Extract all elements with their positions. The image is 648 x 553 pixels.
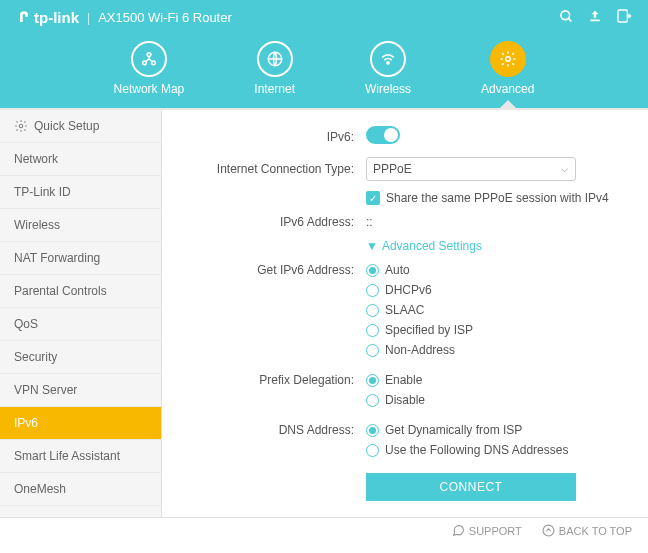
sidebar-item-ipv6[interactable]: IPv6 xyxy=(0,407,161,440)
ipv6addr-label: IPv6 Address: xyxy=(186,215,366,229)
support-link[interactable]: SUPPORT xyxy=(452,524,522,537)
dns-dynamic[interactable]: Get Dynamically from ISP xyxy=(366,423,624,437)
content-area: IPv6: Internet Connection Type: PPPoE ✓ … xyxy=(162,110,648,517)
share-label: Share the same PPPoE session with IPv4 xyxy=(386,191,609,205)
sidebar-item-onemesh[interactable]: OneMesh xyxy=(0,473,161,506)
getipv6-label: Get IPv6 Address: xyxy=(186,263,366,277)
back-to-top-link[interactable]: BACK TO TOP xyxy=(542,524,632,537)
prefix-label: Prefix Delegation: xyxy=(186,373,366,387)
nav-wireless[interactable]: Wireless xyxy=(365,41,411,96)
svg-point-0 xyxy=(561,10,570,19)
getipv6-auto[interactable]: Auto xyxy=(366,263,624,277)
getipv6-slaac[interactable]: SLAAC xyxy=(366,303,624,317)
sidebar-item-parental-controls[interactable]: Parental Controls xyxy=(0,275,161,308)
svg-rect-2 xyxy=(590,20,599,22)
ipv6-toggle[interactable] xyxy=(366,126,400,144)
ipv6-label: IPv6: xyxy=(186,130,366,144)
conntype-select[interactable]: PPPoE xyxy=(366,157,576,181)
prefix-enable[interactable]: Enable xyxy=(366,373,624,387)
sidebar-item-security[interactable]: Security xyxy=(0,341,161,374)
sidebar-item-system[interactable]: System xyxy=(0,506,161,517)
separator: | xyxy=(87,11,90,25)
sidebar-item-wireless[interactable]: Wireless xyxy=(0,209,161,242)
getipv6-dhcpv6[interactable]: DHCPv6 xyxy=(366,283,624,297)
sidebar-item-nat-forwarding[interactable]: NAT Forwarding xyxy=(0,242,161,275)
connect-button[interactable]: CONNECT xyxy=(366,473,576,501)
svg-point-4 xyxy=(147,53,151,57)
getipv6-isp[interactable]: Specified by ISP xyxy=(366,323,624,337)
share-checkbox[interactable]: ✓ xyxy=(366,191,380,205)
svg-point-11 xyxy=(543,525,554,536)
nav-network-map[interactable]: Network Map xyxy=(114,41,185,96)
main-nav: Network Map Internet Wireless Advanced xyxy=(0,35,648,108)
search-icon[interactable] xyxy=(559,9,574,27)
svg-rect-3 xyxy=(618,10,627,22)
brand-logo: tp-link xyxy=(16,9,79,26)
getipv6-nonaddr[interactable]: Non-Address xyxy=(366,343,624,357)
prefix-disable[interactable]: Disable xyxy=(366,393,624,407)
svg-point-9 xyxy=(505,57,510,62)
sidebar-item-qos[interactable]: QoS xyxy=(0,308,161,341)
svg-point-10 xyxy=(19,124,23,128)
ipv6addr-value: :: xyxy=(366,215,624,229)
dns-label: DNS Address: xyxy=(186,423,366,437)
dns-manual[interactable]: Use the Following DNS Addresses xyxy=(366,443,624,457)
arrow-up-icon xyxy=(542,524,555,537)
upgrade-icon[interactable] xyxy=(588,9,602,26)
model-name: AX1500 Wi-Fi 6 Router xyxy=(98,10,232,25)
sidebar-item-quick-setup[interactable]: Quick Setup xyxy=(0,110,161,143)
chat-icon xyxy=(452,524,465,537)
nav-internet[interactable]: Internet xyxy=(254,41,295,96)
nav-advanced[interactable]: Advanced xyxy=(481,41,534,96)
topbar: tp-link | AX1500 Wi-Fi 6 Router xyxy=(0,0,648,35)
footer: SUPPORT BACK TO TOP xyxy=(0,517,648,543)
sidebar-item-network[interactable]: Network xyxy=(0,143,161,176)
sidebar-item-smart-life[interactable]: Smart Life Assistant xyxy=(0,440,161,473)
svg-line-1 xyxy=(568,18,571,21)
logout-icon[interactable] xyxy=(616,8,632,27)
gear-icon xyxy=(14,119,28,133)
advanced-settings-link[interactable]: ▼ Advanced Settings xyxy=(366,239,624,253)
conntype-label: Internet Connection Type: xyxy=(186,162,366,176)
sidebar-item-tplink-id[interactable]: TP-Link ID xyxy=(0,176,161,209)
sidebar: Quick Setup Network TP-Link ID Wireless … xyxy=(0,110,162,517)
sidebar-item-vpn-server[interactable]: VPN Server xyxy=(0,374,161,407)
svg-point-8 xyxy=(387,62,389,64)
